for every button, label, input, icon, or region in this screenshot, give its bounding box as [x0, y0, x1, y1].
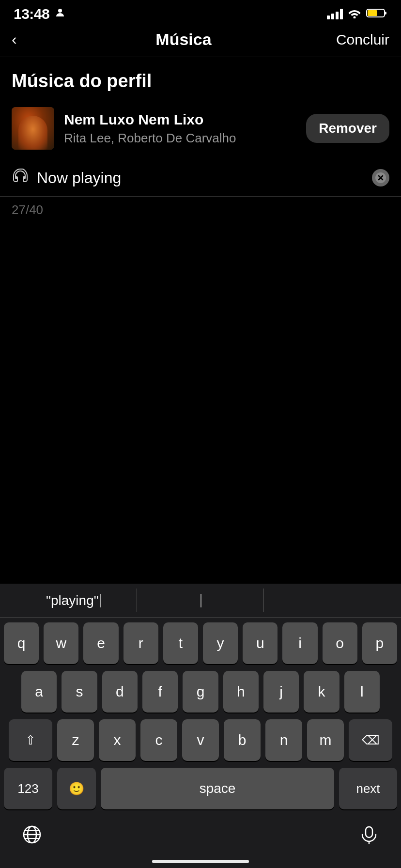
svg-rect-13 — [366, 827, 372, 837]
key-k[interactable]: k — [304, 671, 339, 713]
microphone-button[interactable] — [355, 820, 384, 853]
numbers-key[interactable]: 123 — [4, 768, 52, 809]
key-v[interactable]: v — [182, 719, 219, 761]
predictive-item-2[interactable] — [137, 584, 264, 617]
song-artwork — [12, 107, 54, 150]
key-t[interactable]: t — [163, 622, 198, 664]
key-z[interactable]: z — [57, 719, 94, 761]
svg-point-1 — [354, 16, 356, 19]
shift-key[interactable]: ⇧ — [9, 719, 52, 761]
key-p[interactable]: p — [362, 622, 397, 664]
status-icons — [327, 8, 387, 20]
user-icon — [54, 7, 66, 21]
battery-icon — [366, 8, 387, 20]
clear-input-button[interactable] — [372, 169, 389, 186]
key-q[interactable]: q — [4, 622, 39, 664]
key-row-4: 123 🙂 space next — [4, 768, 397, 809]
next-key[interactable]: next — [339, 768, 397, 809]
remove-button[interactable]: Remover — [306, 114, 389, 143]
key-d[interactable]: d — [102, 671, 138, 713]
svg-point-0 — [58, 9, 62, 13]
svg-rect-4 — [368, 10, 377, 16]
nav-title: Música — [155, 30, 211, 49]
key-row-3: ⇧ z x c v b n m ⌫ — [4, 719, 397, 761]
bio-music-input[interactable] — [37, 169, 364, 187]
key-j[interactable]: j — [263, 671, 299, 713]
section-title: Música do perfil — [0, 57, 401, 101]
svg-rect-3 — [385, 12, 386, 15]
space-key[interactable]: space — [101, 768, 334, 809]
key-row-1: q w e r t y u i o p — [4, 622, 397, 664]
key-y[interactable]: y — [203, 622, 238, 664]
song-artist: Rita Lee, Roberto De Carvalho — [64, 131, 296, 146]
key-b[interactable]: b — [224, 719, 261, 761]
input-area — [0, 159, 401, 197]
key-c[interactable]: c — [140, 719, 177, 761]
key-r[interactable]: r — [123, 622, 158, 664]
globe-button[interactable] — [17, 820, 46, 853]
svg-point-6 — [23, 176, 26, 179]
key-o[interactable]: o — [323, 622, 357, 664]
key-row-2: a s d f g h j k l — [4, 671, 397, 713]
keyboard-bottom — [0, 816, 401, 863]
key-h[interactable]: h — [223, 671, 259, 713]
predictive-item-1[interactable]: "playing" — [10, 584, 137, 617]
home-indicator — [152, 860, 249, 863]
key-m[interactable]: m — [307, 719, 344, 761]
key-g[interactable]: g — [183, 671, 218, 713]
key-n[interactable]: n — [265, 719, 302, 761]
key-w[interactable]: w — [44, 622, 78, 664]
delete-key[interactable]: ⌫ — [349, 719, 392, 761]
concluir-button[interactable]: Concluir — [336, 31, 389, 48]
key-f[interactable]: f — [142, 671, 178, 713]
key-x[interactable]: x — [99, 719, 136, 761]
emoji-key[interactable]: 🙂 — [57, 768, 96, 809]
nav-bar: ‹ Música Concluir — [0, 26, 401, 57]
predictive-item-3[interactable] — [264, 584, 391, 617]
wifi-icon — [348, 8, 361, 20]
status-bar: 13:48 — [0, 0, 401, 26]
keyboard: "playing" q w e r t y u i o p a s d f g … — [0, 584, 401, 868]
song-info: Nem Luxo Nem Lixo Rita Lee, Roberto De C… — [64, 111, 296, 146]
back-button[interactable]: ‹ — [12, 31, 31, 48]
signal-icon — [327, 9, 343, 19]
key-l[interactable]: l — [344, 671, 380, 713]
song-title: Nem Luxo Nem Lixo — [64, 111, 296, 128]
char-counter: 27/40 — [0, 197, 401, 223]
keyboard-rows: q w e r t y u i o p a s d f g h j k l ⇧ … — [0, 618, 401, 809]
key-s[interactable]: s — [62, 671, 97, 713]
song-card: Nem Luxo Nem Lixo Rita Lee, Roberto De C… — [0, 101, 401, 155]
key-u[interactable]: u — [243, 622, 278, 664]
predictive-bar: "playing" — [0, 584, 401, 618]
headphone-icon — [12, 167, 29, 188]
key-e[interactable]: e — [83, 622, 118, 664]
key-a[interactable]: a — [21, 671, 57, 713]
key-i[interactable]: i — [282, 622, 317, 664]
status-time: 13:48 — [14, 6, 49, 22]
svg-point-5 — [15, 176, 18, 179]
